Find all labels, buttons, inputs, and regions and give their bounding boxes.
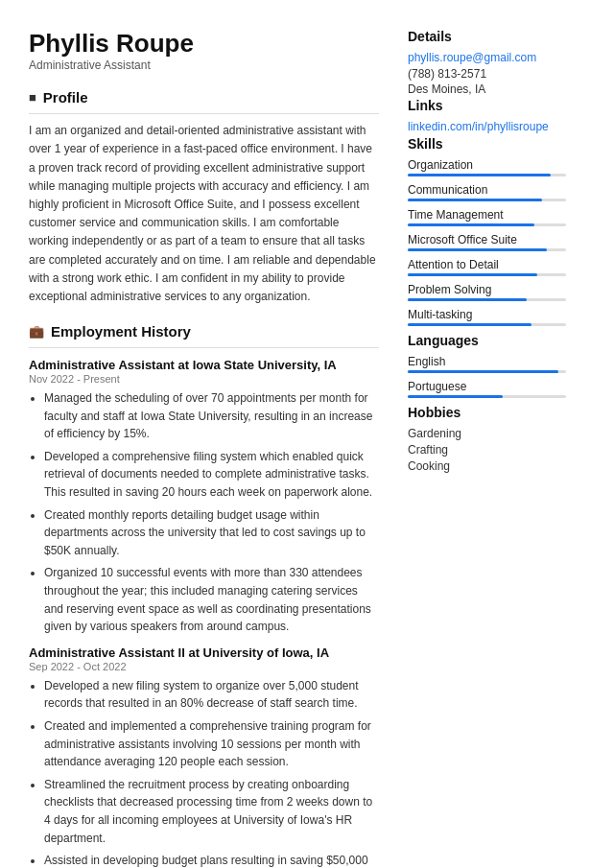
hobby-2: Crafting <box>408 443 566 457</box>
profile-section-title: Profile <box>43 89 88 106</box>
skill-multitasking-bar-fill <box>408 323 531 326</box>
email-link[interactable]: phyllis.roupe@gmail.com <box>408 51 566 64</box>
lang-portuguese-bar-bg <box>408 395 566 398</box>
profile-section: ■ Profile I am an organized and detail-o… <box>29 89 379 306</box>
skill-ms-office: Microsoft Office Suite <box>408 233 566 251</box>
skill-multitasking-label: Multi-tasking <box>408 308 566 321</box>
lang-portuguese-label: Portuguese <box>408 380 566 393</box>
skill-ms-office-bar-fill <box>408 248 547 251</box>
skill-attention-label: Attention to Detail <box>408 258 566 271</box>
profile-icon: ■ <box>29 90 36 105</box>
job-1-bullet-2: Developed a comprehensive filing system … <box>44 448 379 502</box>
skill-multitasking: Multi-tasking <box>408 308 566 326</box>
employment-section: 💼 Employment History Administrative Assi… <box>29 323 379 868</box>
skill-organization: Organization <box>408 158 566 176</box>
links-section: Links linkedin.com/in/phyllisroupe <box>408 98 566 133</box>
lang-english: English <box>408 355 566 373</box>
job-1: Administrative Assistant at Iowa State U… <box>29 358 379 636</box>
job-2-bullet-1: Developed a new filing system to organiz… <box>44 677 379 713</box>
skill-problem-solving-bar-fill <box>408 298 527 301</box>
skill-organization-bar-fill <box>408 174 551 176</box>
languages-section: Languages English Portuguese <box>408 333 566 398</box>
hobby-3: Cooking <box>408 459 566 473</box>
employment-section-title: Employment History <box>51 323 191 340</box>
skill-attention: Attention to Detail <box>408 258 566 276</box>
lang-english-bar-fill <box>408 370 558 373</box>
skill-communication: Communication <box>408 183 566 201</box>
linkedin-link[interactable]: linkedin.com/in/phyllisroupe <box>408 120 566 133</box>
job-title: Administrative Assistant <box>29 59 379 72</box>
skill-time-management-bar-bg <box>408 223 566 226</box>
job-2-bullets: Developed a new filing system to organiz… <box>29 677 379 868</box>
skill-communication-label: Communication <box>408 183 566 197</box>
job-2-title: Administrative Assistant II at Universit… <box>29 645 379 660</box>
skills-title: Skills <box>408 136 566 152</box>
job-2: Administrative Assistant II at Universit… <box>29 645 379 868</box>
hobbies-section: Hobbies Gardening Crafting Cooking <box>408 405 566 473</box>
profile-text: I am an organized and detail-oriented ad… <box>29 122 379 306</box>
skill-organization-bar-bg <box>408 174 566 176</box>
phone-text: (788) 813-2571 <box>408 67 566 81</box>
lang-english-bar-bg <box>408 370 566 373</box>
job-2-bullet-4: Assisted in developing budget plans resu… <box>44 852 379 868</box>
location-text: Des Moines, IA <box>408 82 566 96</box>
skill-time-management-label: Time Management <box>408 208 566 222</box>
full-name: Phyllis Roupe <box>29 29 379 59</box>
skill-multitasking-bar-bg <box>408 323 566 326</box>
skill-ms-office-label: Microsoft Office Suite <box>408 233 566 246</box>
links-title: Links <box>408 98 566 113</box>
job-1-title: Administrative Assistant at Iowa State U… <box>29 358 379 372</box>
job-2-date: Sep 2022 - Oct 2022 <box>29 661 379 672</box>
job-1-bullet-1: Managed the scheduling of over 70 appoin… <box>44 389 379 443</box>
skill-communication-bar-bg <box>408 199 566 201</box>
skill-ms-office-bar-bg <box>408 248 566 251</box>
details-title: Details <box>408 29 566 44</box>
skill-organization-label: Organization <box>408 158 566 172</box>
skill-problem-solving-label: Problem Solving <box>408 283 566 296</box>
skill-time-management: Time Management <box>408 208 566 226</box>
skill-attention-bar-fill <box>408 273 537 276</box>
details-section: Details phyllis.roupe@gmail.com (788) 81… <box>408 29 566 96</box>
hobbies-title: Hobbies <box>408 405 566 420</box>
job-1-bullet-3: Created monthly reports detailing budget… <box>44 506 379 560</box>
hobby-1: Gardening <box>408 427 566 440</box>
lang-portuguese: Portuguese <box>408 380 566 398</box>
lang-english-label: English <box>408 355 566 368</box>
job-2-bullet-2: Created and implemented a comprehensive … <box>44 717 379 771</box>
header: Phyllis Roupe Administrative Assistant <box>29 29 379 72</box>
lang-portuguese-bar-fill <box>408 395 503 398</box>
skill-problem-solving: Problem Solving <box>408 283 566 301</box>
job-1-bullets: Managed the scheduling of over 70 appoin… <box>29 389 379 636</box>
skill-time-management-bar-fill <box>408 223 534 226</box>
job-1-date: Nov 2022 - Present <box>29 373 379 385</box>
skill-communication-bar-fill <box>408 199 542 201</box>
employment-icon: 💼 <box>29 324 44 339</box>
skill-problem-solving-bar-bg <box>408 298 566 301</box>
job-2-bullet-3: Streamlined the recruitment process by c… <box>44 776 379 847</box>
skill-attention-bar-bg <box>408 273 566 276</box>
skills-section: Skills Organization Communication Time M… <box>408 136 566 326</box>
languages-title: Languages <box>408 333 566 348</box>
job-1-bullet-4: Organized 10 successful events with more… <box>44 564 379 635</box>
